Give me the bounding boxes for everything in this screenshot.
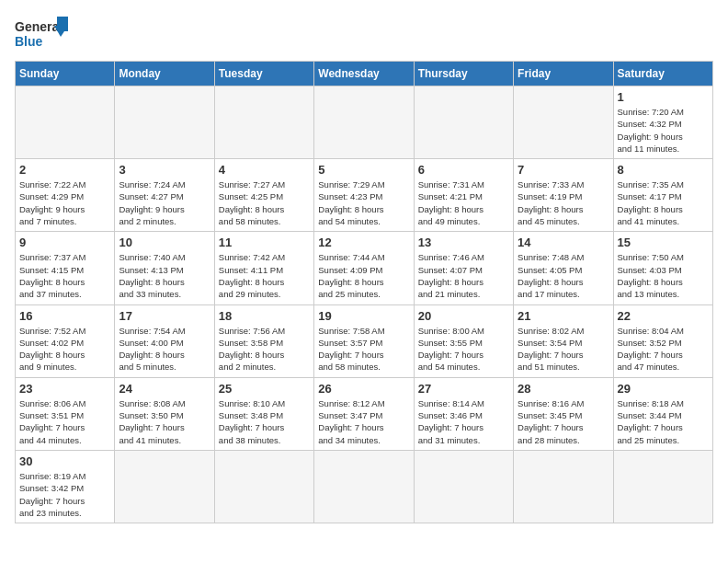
calendar-cell: 11Sunrise: 7:42 AM Sunset: 4:11 PM Dayli…: [214, 232, 313, 304]
calendar-cell: 7Sunrise: 7:33 AM Sunset: 4:19 PM Daylig…: [514, 159, 613, 232]
day-info: Sunrise: 8:04 AM Sunset: 3:52 PM Dayligh…: [618, 325, 709, 373]
day-number: 2: [19, 163, 110, 177]
day-info: Sunrise: 7:22 AM Sunset: 4:29 PM Dayligh…: [19, 178, 110, 227]
logo: GeneralBlue: [15, 15, 70, 52]
calendar-cell: 29Sunrise: 8:18 AM Sunset: 3:44 PM Dayli…: [613, 377, 712, 450]
day-info: Sunrise: 7:44 AM Sunset: 4:09 PM Dayligh…: [318, 251, 409, 300]
col-header-sunday: Sunday: [16, 62, 115, 86]
day-info: Sunrise: 8:19 AM Sunset: 3:42 PM Dayligh…: [19, 470, 110, 519]
day-number: 7: [518, 163, 609, 177]
day-info: Sunrise: 7:27 AM Sunset: 4:25 PM Dayligh…: [219, 178, 310, 227]
day-info: Sunrise: 7:48 AM Sunset: 4:05 PM Dayligh…: [518, 251, 609, 300]
col-header-wednesday: Wednesday: [314, 62, 414, 86]
calendar-cell: [314, 86, 414, 159]
calendar-cell: 10Sunrise: 7:40 AM Sunset: 4:13 PM Dayli…: [115, 232, 214, 304]
day-number: 4: [219, 163, 310, 177]
calendar-cell: 12Sunrise: 7:44 AM Sunset: 4:09 PM Dayli…: [314, 232, 414, 304]
day-number: 8: [618, 163, 709, 177]
day-number: 22: [618, 309, 709, 323]
day-number: 5: [318, 163, 409, 177]
day-number: 15: [618, 236, 709, 249]
calendar-cell: 1Sunrise: 7:20 AM Sunset: 4:32 PM Daylig…: [613, 86, 712, 159]
calendar-cell: 25Sunrise: 8:10 AM Sunset: 3:48 PM Dayli…: [214, 377, 313, 450]
day-number: 27: [418, 382, 509, 396]
day-info: Sunrise: 7:31 AM Sunset: 4:21 PM Dayligh…: [418, 178, 509, 227]
calendar-cell: 2Sunrise: 7:22 AM Sunset: 4:29 PM Daylig…: [16, 159, 115, 232]
day-number: 14: [518, 236, 609, 249]
day-number: 18: [219, 309, 310, 323]
calendar-cell: 9Sunrise: 7:37 AM Sunset: 4:15 PM Daylig…: [16, 232, 115, 304]
day-number: 25: [219, 382, 310, 396]
page-header: GeneralBlue: [15, 15, 713, 52]
day-info: Sunrise: 7:46 AM Sunset: 4:07 PM Dayligh…: [418, 251, 509, 300]
day-info: Sunrise: 8:12 AM Sunset: 3:47 PM Dayligh…: [318, 397, 409, 446]
day-info: Sunrise: 7:33 AM Sunset: 4:19 PM Dayligh…: [518, 178, 609, 227]
calendar-cell: 5Sunrise: 7:29 AM Sunset: 4:23 PM Daylig…: [314, 159, 414, 232]
calendar-cell: [414, 450, 513, 523]
day-number: 28: [518, 382, 609, 396]
day-number: 16: [19, 309, 110, 323]
day-number: 24: [119, 382, 210, 396]
col-header-tuesday: Tuesday: [214, 62, 313, 86]
calendar-cell: [514, 450, 613, 523]
calendar-cell: [314, 450, 414, 523]
calendar-cell: 30Sunrise: 8:19 AM Sunset: 3:42 PM Dayli…: [16, 450, 115, 523]
day-info: Sunrise: 7:24 AM Sunset: 4:27 PM Dayligh…: [119, 178, 210, 227]
col-header-friday: Friday: [514, 62, 613, 86]
day-info: Sunrise: 7:29 AM Sunset: 4:23 PM Dayligh…: [318, 178, 409, 227]
calendar-cell: 16Sunrise: 7:52 AM Sunset: 4:02 PM Dayli…: [16, 304, 115, 377]
day-info: Sunrise: 7:54 AM Sunset: 4:00 PM Dayligh…: [119, 325, 210, 373]
day-info: Sunrise: 7:50 AM Sunset: 4:03 PM Dayligh…: [618, 251, 709, 300]
calendar-cell: 3Sunrise: 7:24 AM Sunset: 4:27 PM Daylig…: [115, 159, 214, 232]
calendar-week-row: 9Sunrise: 7:37 AM Sunset: 4:15 PM Daylig…: [16, 232, 713, 304]
calendar-week-row: 30Sunrise: 8:19 AM Sunset: 3:42 PM Dayli…: [16, 450, 713, 523]
calendar-cell: 17Sunrise: 7:54 AM Sunset: 4:00 PM Dayli…: [115, 304, 214, 377]
calendar-cell: 24Sunrise: 8:08 AM Sunset: 3:50 PM Dayli…: [115, 377, 214, 450]
calendar-week-row: 1Sunrise: 7:20 AM Sunset: 4:32 PM Daylig…: [16, 86, 713, 159]
col-header-monday: Monday: [115, 62, 214, 86]
calendar-week-row: 16Sunrise: 7:52 AM Sunset: 4:02 PM Dayli…: [16, 304, 713, 377]
day-info: Sunrise: 7:42 AM Sunset: 4:11 PM Dayligh…: [219, 251, 310, 300]
day-number: 6: [418, 163, 509, 177]
day-number: 13: [418, 236, 509, 249]
day-info: Sunrise: 8:18 AM Sunset: 3:44 PM Dayligh…: [618, 397, 709, 446]
calendar-week-row: 2Sunrise: 7:22 AM Sunset: 4:29 PM Daylig…: [16, 159, 713, 232]
col-header-thursday: Thursday: [414, 62, 513, 86]
day-number: 12: [318, 236, 409, 249]
day-info: Sunrise: 8:10 AM Sunset: 3:48 PM Dayligh…: [219, 397, 310, 446]
day-number: 10: [119, 236, 210, 249]
svg-text:Blue: Blue: [15, 34, 43, 49]
day-info: Sunrise: 8:02 AM Sunset: 3:54 PM Dayligh…: [518, 325, 609, 373]
day-info: Sunrise: 8:00 AM Sunset: 3:55 PM Dayligh…: [418, 325, 509, 373]
day-number: 3: [119, 163, 210, 177]
calendar-cell: [414, 86, 513, 159]
calendar-cell: 22Sunrise: 8:04 AM Sunset: 3:52 PM Dayli…: [613, 304, 712, 377]
calendar-cell: 21Sunrise: 8:02 AM Sunset: 3:54 PM Dayli…: [514, 304, 613, 377]
logo-svg: GeneralBlue: [15, 15, 70, 52]
day-info: Sunrise: 8:16 AM Sunset: 3:45 PM Dayligh…: [518, 397, 609, 446]
calendar-cell: 20Sunrise: 8:00 AM Sunset: 3:55 PM Dayli…: [414, 304, 513, 377]
calendar-cell: [115, 450, 214, 523]
day-info: Sunrise: 7:35 AM Sunset: 4:17 PM Dayligh…: [618, 178, 709, 227]
calendar-header-row: SundayMondayTuesdayWednesdayThursdayFrid…: [16, 62, 713, 86]
day-info: Sunrise: 7:58 AM Sunset: 3:57 PM Dayligh…: [318, 325, 409, 373]
calendar-cell: [214, 450, 313, 523]
calendar-cell: 23Sunrise: 8:06 AM Sunset: 3:51 PM Dayli…: [16, 377, 115, 450]
calendar-cell: 8Sunrise: 7:35 AM Sunset: 4:17 PM Daylig…: [613, 159, 712, 232]
day-number: 23: [19, 382, 110, 396]
calendar-cell: 4Sunrise: 7:27 AM Sunset: 4:25 PM Daylig…: [214, 159, 313, 232]
day-number: 11: [219, 236, 310, 249]
day-number: 26: [318, 382, 409, 396]
calendar-cell: 26Sunrise: 8:12 AM Sunset: 3:47 PM Dayli…: [314, 377, 414, 450]
calendar-cell: 6Sunrise: 7:31 AM Sunset: 4:21 PM Daylig…: [414, 159, 513, 232]
day-number: 20: [418, 309, 509, 323]
day-number: 17: [119, 309, 210, 323]
calendar-cell: [16, 86, 115, 159]
day-info: Sunrise: 8:06 AM Sunset: 3:51 PM Dayligh…: [19, 397, 110, 446]
day-info: Sunrise: 7:52 AM Sunset: 4:02 PM Dayligh…: [19, 325, 110, 373]
col-header-saturday: Saturday: [613, 62, 712, 86]
calendar-table: SundayMondayTuesdayWednesdayThursdayFrid…: [15, 61, 713, 523]
calendar-cell: [514, 86, 613, 159]
calendar-cell: 14Sunrise: 7:48 AM Sunset: 4:05 PM Dayli…: [514, 232, 613, 304]
day-number: 1: [618, 90, 709, 104]
